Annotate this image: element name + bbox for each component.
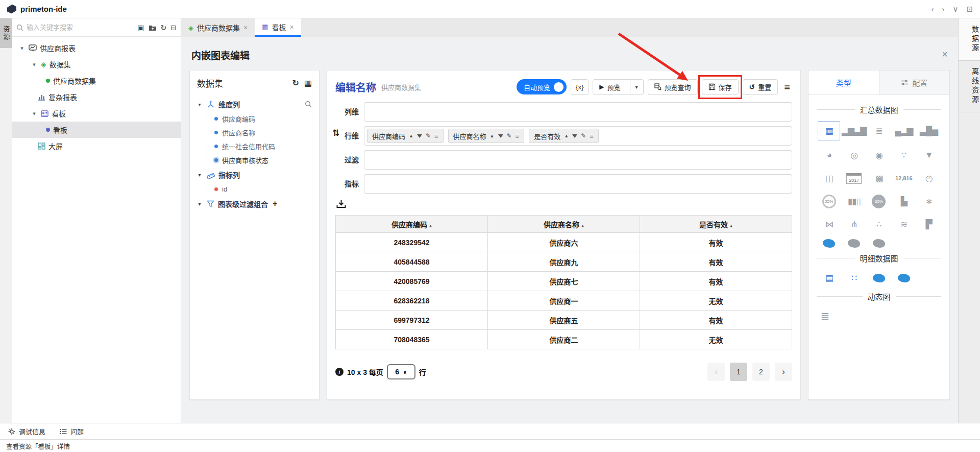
nav-forward-icon[interactable]: › xyxy=(942,5,944,14)
row-dim-chip-supplier-code[interactable]: 供应商编码 ▲ ✎ ≡ xyxy=(367,129,444,143)
sidebar-item-bigscreen[interactable]: 大屏 xyxy=(12,138,181,154)
world-map-icon[interactable] xyxy=(873,239,885,248)
dimension-item-audit-status[interactable]: 供应商审核状态 xyxy=(207,153,313,167)
measure-group[interactable]: ▾ 指标列 xyxy=(196,167,313,182)
table-header-supplier-code[interactable]: 供应商编码▴ xyxy=(336,216,488,233)
pie-chart-icon[interactable]: ◕ xyxy=(820,147,838,163)
liquid-gauge-icon[interactable]: 65% xyxy=(872,195,886,208)
dimension-item-supplier-name[interactable]: 供应商名称 xyxy=(207,126,313,139)
caret-down-icon[interactable]: ▾ xyxy=(196,172,203,178)
caret-down-icon[interactable]: ▾ xyxy=(31,61,38,68)
dimension-group[interactable]: ▾ 维度列 xyxy=(196,97,313,112)
kpi-number-icon[interactable]: 12,816 xyxy=(895,170,913,186)
calendar-chart-icon[interactable]: 2017 xyxy=(846,173,862,184)
tab-config[interactable]: 配置 xyxy=(879,70,950,94)
offline-datasource-rail-tab[interactable]: 离线资源 xyxy=(959,61,980,112)
nav-back-icon[interactable]: ‹ xyxy=(931,5,934,14)
chart-filter-group[interactable]: ▾ 图表级过滤组合 + xyxy=(196,196,313,211)
table-chart-icon[interactable]: ▦ xyxy=(818,121,840,140)
refresh-dataset-icon[interactable]: ↻ xyxy=(292,78,299,88)
save-window-icon[interactable]: ⊡ xyxy=(966,5,973,14)
expression-button[interactable]: {x} xyxy=(571,79,589,95)
china-map-icon[interactable] xyxy=(823,239,835,248)
column-chart-icon[interactable]: ▂▆▃▇ xyxy=(842,123,866,139)
progress-bar-icon[interactable]: ▮▮▯ xyxy=(845,193,863,209)
sort-asc-icon[interactable]: ▲ xyxy=(490,134,495,138)
refresh-tree-icon[interactable]: ↻ xyxy=(161,24,167,31)
collapse-all-icon[interactable]: ⊟ xyxy=(170,24,177,31)
interval-chart-icon[interactable]: ◫ xyxy=(820,170,838,186)
prev-page-button[interactable]: ‹ xyxy=(707,363,725,381)
preview-query-button[interactable]: 预览查询 xyxy=(648,79,698,95)
measure-item-id[interactable]: id xyxy=(207,182,313,196)
filter-icon[interactable] xyxy=(572,134,577,138)
close-tab-icon[interactable]: × xyxy=(243,23,248,32)
swap-axes-icon[interactable]: ⇅ xyxy=(332,128,339,138)
edit-name-link[interactable]: 编辑名称 xyxy=(335,80,376,94)
stacked-bar-icon[interactable]: ▙ xyxy=(895,193,913,209)
region-map-icon[interactable] xyxy=(848,239,860,248)
grouped-column-chart-icon[interactable]: ▄▂▆ xyxy=(895,123,913,139)
row-dim-chip-supplier-name[interactable]: 供应商名称 ▲ ✎ ≡ xyxy=(448,129,525,143)
sidebar-item-supplier-dataset[interactable]: 供应商数据集 xyxy=(12,73,181,89)
align-icon[interactable]: ≡ xyxy=(434,133,438,139)
detail-map-icon[interactable] xyxy=(873,274,885,282)
auto-preview-toggle[interactable]: 自动预览 xyxy=(517,79,567,94)
page-1-button[interactable]: 1 xyxy=(730,363,747,381)
tree-graph-icon[interactable]: ⋔ xyxy=(845,216,863,232)
sidebar-item-supplier-report[interactable]: ▾ 供应商报表 xyxy=(12,40,181,56)
sort-asc-icon[interactable]: ▲ xyxy=(409,134,413,138)
save-button[interactable]: 保存 xyxy=(702,79,739,95)
caret-down-icon[interactable]: ▾ xyxy=(196,201,203,207)
measure-dropzone[interactable] xyxy=(364,174,792,194)
page-size-select[interactable]: 6 ∨ xyxy=(387,364,415,379)
filter-dropzone[interactable] xyxy=(364,150,792,170)
caret-down-icon[interactable]: ▾ xyxy=(31,110,38,117)
new-folder-icon[interactable] xyxy=(149,24,157,31)
sort-asc-icon[interactable]: ▲ xyxy=(564,134,569,138)
more-menu-icon[interactable]: ≡ xyxy=(782,81,792,93)
edit-icon[interactable]: ✎ xyxy=(507,133,512,139)
edit-icon[interactable]: ✎ xyxy=(426,133,431,139)
dimension-item-social-credit-code[interactable]: 统一社会信用代码 xyxy=(207,139,313,153)
table-header-supplier-name[interactable]: 供应商名称▴ xyxy=(488,216,640,233)
download-icon[interactable] xyxy=(336,200,346,208)
nav-down-icon[interactable]: ∨ xyxy=(952,5,958,14)
detail-scatter-icon[interactable]: ∷ xyxy=(845,270,863,286)
row-dim-chip-is-valid[interactable]: 是否有效 ▲ ✎ ≡ xyxy=(529,129,599,143)
table-view-icon[interactable]: ▦ xyxy=(304,78,312,88)
sidebar-item-complex-report[interactable]: 复杂报表 xyxy=(12,89,181,105)
wordcloud-icon[interactable]: ≋ xyxy=(895,216,913,232)
locate-resource-icon[interactable]: ▣ xyxy=(137,24,144,31)
page-2-button[interactable]: 2 xyxy=(752,363,770,381)
heatmap-chart-icon[interactable]: ▩ xyxy=(870,170,888,186)
rose-chart-icon[interactable]: ◉ xyxy=(870,147,888,163)
col-dim-dropzone[interactable] xyxy=(364,102,792,122)
filter-icon[interactable] xyxy=(417,134,422,138)
preview-split-button[interactable]: ▶预览 ▾ xyxy=(593,79,643,95)
donut-chart-icon[interactable]: ◎ xyxy=(845,147,863,163)
funnel-chart-icon[interactable]: ▼ xyxy=(920,147,938,163)
sidebar-item-dashboard-group[interactable]: ▾ 看板 xyxy=(12,105,181,122)
issues-button[interactable]: 问题 xyxy=(60,426,84,436)
treemap-icon[interactable]: ▛ xyxy=(920,216,938,232)
combo-chart-icon[interactable]: ▃█▅ xyxy=(920,123,938,139)
caret-down-icon[interactable]: ▾ xyxy=(196,102,203,107)
close-tab-icon[interactable]: × xyxy=(289,23,293,31)
dynamic-bar-icon[interactable]: ≣ xyxy=(817,308,834,324)
caret-down-icon[interactable]: ▾ xyxy=(18,45,26,52)
resources-rail-tab[interactable]: 资源 xyxy=(0,18,12,48)
next-page-button[interactable]: › xyxy=(775,363,792,381)
detail-map-points-icon[interactable] xyxy=(898,274,910,282)
sidebar-item-dashboard[interactable]: 看板 xyxy=(12,122,181,138)
align-icon[interactable]: ≡ xyxy=(516,133,520,139)
debug-info-button[interactable]: 调试信息 xyxy=(8,426,45,436)
close-editor-icon[interactable]: × xyxy=(942,49,948,59)
tab-type[interactable]: 类型 xyxy=(808,70,879,94)
add-filter-button[interactable]: + xyxy=(273,199,277,208)
detail-table-icon[interactable]: ▤ xyxy=(820,270,838,286)
sidebar-item-dataset-group[interactable]: ▾ ◈ 数据集 xyxy=(12,56,181,73)
search-fields-icon[interactable] xyxy=(305,101,312,108)
tab-dashboard[interactable]: ▦ 看板 × xyxy=(255,18,301,37)
dimension-item-supplier-code[interactable]: 供应商编码 xyxy=(207,112,313,126)
